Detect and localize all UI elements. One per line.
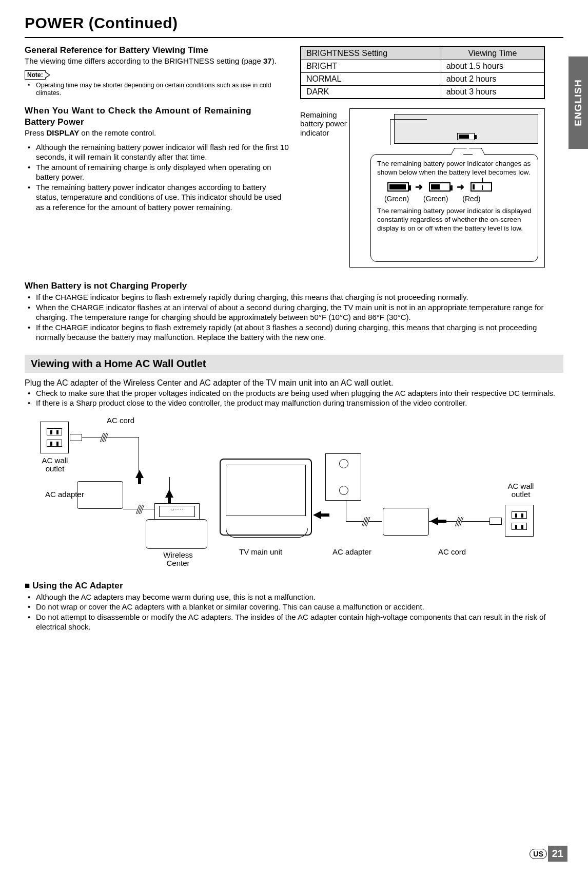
screen-rect (394, 114, 538, 144)
label-ac-wall-left: AC wall outlet (37, 456, 73, 473)
note-item: Operating time may be shorter depending … (31, 82, 290, 98)
region-badge: US (530, 849, 546, 859)
label-ac-cord-right: AC cord (438, 548, 466, 557)
ac-outlet-intro: Plug the AC adapter of the Wireless Cent… (25, 378, 563, 388)
label-ac-adapter-left: AC adapter (45, 490, 84, 499)
bullet: When the CHARGE indicator flashes at an … (31, 302, 563, 322)
wireless-center: ▭ ◦ ◦ ◦ ◦ (146, 519, 207, 549)
battery-level-row: ➜ ➜ (387, 181, 532, 193)
callout-text-1: The remaining battery power indicator ch… (377, 160, 532, 177)
press-display-line: Press DISPLAY on the remote control. (25, 128, 290, 138)
section-body-viewing-time: The viewing time differs according to th… (25, 56, 290, 66)
table-row: DARK about 3 hours (301, 86, 544, 99)
ac-outlet-right (505, 505, 534, 537)
remaining-indicator-label: Remaining battery power indicator (300, 110, 347, 137)
page-title: POWER (Continued) (25, 14, 563, 32)
arrow-icon (313, 511, 321, 519)
bullet: If there is a Sharp product close to the… (31, 398, 563, 408)
not-charging-bullets: If the CHARGE indicator begins to flash … (25, 292, 563, 342)
page-footer: US 21 (530, 846, 567, 862)
callout-box: The remaining battery power indicator ch… (370, 154, 538, 262)
battery-icon-half (429, 182, 450, 192)
bullet: The amount of remaining charge is only d… (31, 162, 290, 182)
label-ac-cord-left: AC cord (107, 416, 134, 425)
bullet: If the CHARGE indicator begins to flash … (31, 322, 563, 342)
ac-outlet-left (40, 422, 69, 453)
arrow-icon (165, 489, 173, 498)
arrow-icon: ➜ (415, 181, 423, 193)
section-heading-viewing-time: General Reference for Battery Viewing Ti… (25, 45, 290, 55)
battery-color-labels: (Green) (Green) (Red) (384, 195, 532, 204)
bullet: Do not wrap or cover the AC adapters wit… (31, 602, 563, 612)
bullet: If the CHARGE indicator begins to flash … (31, 292, 563, 302)
arrow-icon (135, 470, 144, 478)
using-ac-adapter-bullets: Although the AC adapters may become warm… (25, 592, 563, 632)
table-row: BRIGHT about 1.5 hours (301, 60, 544, 73)
battery-icon-low (471, 182, 492, 192)
wireless-center-back-panel: ▭ ◦ ◦ ◦ ◦ (154, 503, 200, 520)
th-time: Viewing Time (441, 47, 544, 60)
note-tag: Note: (25, 70, 46, 80)
tv-side-panel (325, 453, 361, 501)
bullet: Although the remaining battery power ind… (31, 142, 290, 162)
arrow-icon (430, 517, 438, 525)
callout-text-2: The remaining battery power indicator is… (377, 207, 532, 233)
label-wireless-center: Wireless Center (155, 551, 201, 568)
arrow-icon: ➜ (457, 181, 464, 193)
label-tv-main: TV main unit (239, 548, 282, 557)
page-number: 21 (548, 846, 567, 862)
battery-diagram-box: The remaining battery power indicator ch… (349, 108, 545, 268)
battery-icon-small (457, 133, 475, 140)
remaining-bullets: Although the remaining battery power ind… (25, 142, 290, 213)
brightness-table: BRIGHTNESS Setting Viewing Time BRIGHT a… (300, 46, 545, 99)
bullet: Check to make sure that the proper volta… (31, 388, 563, 398)
ac-outlet-bullets: Check to make sure that the proper volta… (25, 388, 563, 408)
bullet: The remaining battery power indicator ch… (31, 182, 290, 213)
section-heading-check-remaining-l1: When You Want to Check the Amount of Rem… (25, 106, 290, 116)
table-row: NORMAL about 2 hours (301, 73, 544, 86)
language-tab: ENGLISH (569, 56, 588, 149)
language-tab-text: ENGLISH (573, 79, 584, 126)
section-heading-check-remaining-l2: Battery Power (25, 117, 290, 127)
tv-main-unit (220, 459, 312, 536)
section-heading-using-ac-adapter: ■ Using the AC Adapter (25, 581, 563, 591)
section-heading-not-charging: When Battery is not Charging Properly (25, 281, 563, 291)
ac-adapter-right (383, 508, 429, 536)
battery-icon-full (387, 182, 409, 192)
note-list: Operating time may be shorter depending … (25, 82, 290, 98)
connection-diagram: AC wall outlet AC cord AC adapter ▭ ◦ ◦ … (40, 416, 543, 570)
section-bar-ac-outlet: Viewing with a Home AC Wall Outlet (25, 355, 563, 373)
bullet: Although the AC adapters may become warm… (31, 592, 563, 602)
label-ac-wall-right: AC wall outlet (503, 482, 539, 499)
th-setting: BRIGHTNESS Setting (301, 47, 441, 60)
label-ac-adapter-right: AC adapter (332, 548, 371, 557)
title-rule (25, 37, 563, 38)
bullet: Do not attempt to disassemble or modify … (31, 612, 563, 632)
